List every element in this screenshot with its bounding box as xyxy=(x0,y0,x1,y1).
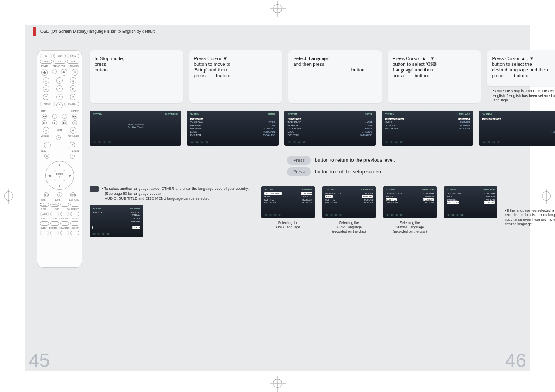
remote-label: MUTE xyxy=(57,129,62,131)
remote-num: 8 xyxy=(56,94,63,100)
return-note: Press button to return to the previous l… xyxy=(287,156,555,165)
osd-screen: SYSTEMSETUPLANGUAGETV DISPLAY: WIDEPAREN… xyxy=(284,111,376,146)
remote-btn xyxy=(52,114,57,119)
remote-btn: SD/HD xyxy=(71,192,76,197)
screen-row: PARENTAL: OFF xyxy=(288,124,373,127)
step-text: Language' and then xyxy=(393,67,476,72)
screen-row: SUBTITLE: KOREAN xyxy=(447,198,495,201)
remote-btn: AUX xyxy=(53,60,66,64)
remote-btn xyxy=(70,231,79,235)
screen-header-right: LANGUAGE xyxy=(129,207,140,210)
step-text: press button. xyxy=(492,73,555,78)
selection-column: SYSTEMLANGUAGEOSD LANGUAGE: ENGLISHAUDIO… xyxy=(383,186,437,234)
ch-down-icon: ∨ xyxy=(69,142,75,148)
screen-row: AUDIO: ENGLISH xyxy=(386,195,434,198)
screen-row: SUBTITLE: KOREAN xyxy=(325,198,373,201)
screen-footer: ⊙⊡⊙⊡ xyxy=(482,141,555,143)
screen-footer: ⊙⊡⊙⊡ xyxy=(386,214,434,216)
remote-btn xyxy=(60,212,69,216)
rewind-icon: ◀◀ xyxy=(42,114,47,119)
up-arrow-icon: ▲ xyxy=(58,163,61,167)
remote-btn xyxy=(70,221,79,226)
step-text: press button. xyxy=(393,73,476,78)
page-subtitle: OSD (On-Screen Display) language is set … xyxy=(40,29,156,34)
remote-label: SLEEP xyxy=(41,227,47,229)
vol-down-icon: − xyxy=(44,142,51,148)
remote-btn xyxy=(50,221,59,226)
osd-mini-screen: SYSTEMLANGUAGEOSD LANGUAGE: ENGLISHAUDIO… xyxy=(322,186,376,218)
remote-label: RETURN xyxy=(71,150,79,152)
remote-label: TEST TONE xyxy=(68,199,79,201)
screen-row: ITALIAN xyxy=(482,127,555,130)
step-2: Press Cursor ▼ button to move to 'Setup'… xyxy=(189,50,283,103)
step-text: Select 'Language' xyxy=(293,56,377,61)
screen-header-right: SETUP xyxy=(365,113,372,115)
remote-btn: USB xyxy=(67,60,79,64)
section-marker xyxy=(33,27,36,36)
osd-mini-screen: SYSTEMLANGUAGEOSD LANGUAGE: ENGLISHAUDIO… xyxy=(261,186,315,218)
screen-row: PASSWORD: CHANGE xyxy=(190,127,275,130)
osd-screen: SYSTEMSETUPLANGUAGETV DISPLAY: WIDEPAREN… xyxy=(187,111,279,146)
mid-notes: Press button to return to the previous l… xyxy=(90,156,555,176)
screen-row: TV DISPLAY: WIDE xyxy=(190,121,275,123)
step-3: Select 'Language' and then press button xyxy=(288,50,382,103)
step-text: press xyxy=(95,62,178,67)
enter-button: ENTER⏎ xyxy=(54,170,65,181)
remote-btn xyxy=(40,231,49,235)
remote-label: NEO:6 xyxy=(55,199,60,201)
steps-row: In Stop mode, press button. Press Cursor… xyxy=(90,50,555,103)
screen-row: DISC MENU: KOREAN xyxy=(264,201,312,204)
remote-btn xyxy=(70,203,79,207)
screen-header-left: SYSTEM xyxy=(385,113,394,115)
remote-num: 1 xyxy=(43,77,49,84)
screen-footer: ⊙⊡⊙⊡ xyxy=(92,233,140,235)
screen-row: DVD TYPE: DVD AUDIO xyxy=(190,134,275,136)
remote-label: POWER xyxy=(41,65,48,67)
step-text: button. xyxy=(95,67,178,72)
prev-icon: ⏮ xyxy=(42,120,47,125)
remote-btn: AUDIO xyxy=(40,212,49,216)
step-text: desired language and then xyxy=(492,67,555,72)
screen-row: SUBTITLE: KOREAN xyxy=(385,124,470,127)
screen-row: OSD LANGUAGE: ENGLISH xyxy=(325,192,373,195)
screen-row: DISC MENU: KOREAN xyxy=(325,201,373,204)
remote-btn: ◎ xyxy=(57,192,62,197)
remote-label: SLOW xyxy=(41,208,46,210)
remote-btn xyxy=(60,203,69,207)
next-icon: ⏭ xyxy=(72,120,77,125)
crop-mark-left xyxy=(4,191,13,201)
right-arrow-icon: ▶ xyxy=(69,174,71,178)
remote-label: REMASTER xyxy=(59,227,69,229)
screen-row: DISC MENU: KOREAN xyxy=(447,201,495,204)
remote-label: STEP xyxy=(41,110,46,112)
note-text: • To select another language, select OTH… xyxy=(102,186,249,201)
remote-label: S.VOL ASC xyxy=(59,218,69,220)
power-icon: ⏻ xyxy=(41,69,48,76)
screen-row: OSD LANGUAGE: ENGLISH xyxy=(385,118,470,120)
screens-row: SYSTEMDISC MENUPress Enter keyfor Disc M… xyxy=(90,111,555,146)
remote-control: TVDVDFM/XM DI/HDMIAUXUSB POWEROPEN/CLOSE… xyxy=(37,50,82,268)
remote-label: MO/ST xyxy=(41,199,46,201)
screen-row: LANGUAGE xyxy=(288,118,373,120)
remote-btn: PL II MODE xyxy=(40,203,49,207)
screen-row: — xyxy=(92,224,140,226)
bottom-area: • To select another language, select OTH… xyxy=(90,186,555,237)
remote-btn: FM/XM xyxy=(67,54,79,58)
content-column: In Stop mode, press button. Press Cursor… xyxy=(90,50,555,367)
screen-row: SUBTITLEENGLISH xyxy=(92,211,140,214)
remote-label: EZ VIEW xyxy=(49,218,57,220)
screen-footer: ⊙⊡⊙⊡ xyxy=(264,214,312,216)
remote-btn: TV xyxy=(40,54,52,58)
menu-icon: ⊞ xyxy=(44,154,49,159)
screen-header-right: LANGUAGE xyxy=(422,188,434,191)
screen-row: AUDIO: ENGLISH xyxy=(264,195,312,198)
step-text: 'Setup' and then xyxy=(194,67,278,72)
screen-footer: ⊙⊡⊙⊡ xyxy=(447,214,495,216)
note-box: • To select another language, select OTH… xyxy=(90,186,254,201)
ch-up-icon: ∧ xyxy=(70,127,76,134)
screen-row: LANGUAGE xyxy=(190,118,275,120)
eject-icon: ⏏ xyxy=(61,69,67,76)
remote-label: DIMMER xyxy=(49,227,57,229)
screen-row: KOREAN xyxy=(92,214,140,217)
remote-label: VOLUME xyxy=(41,135,49,140)
